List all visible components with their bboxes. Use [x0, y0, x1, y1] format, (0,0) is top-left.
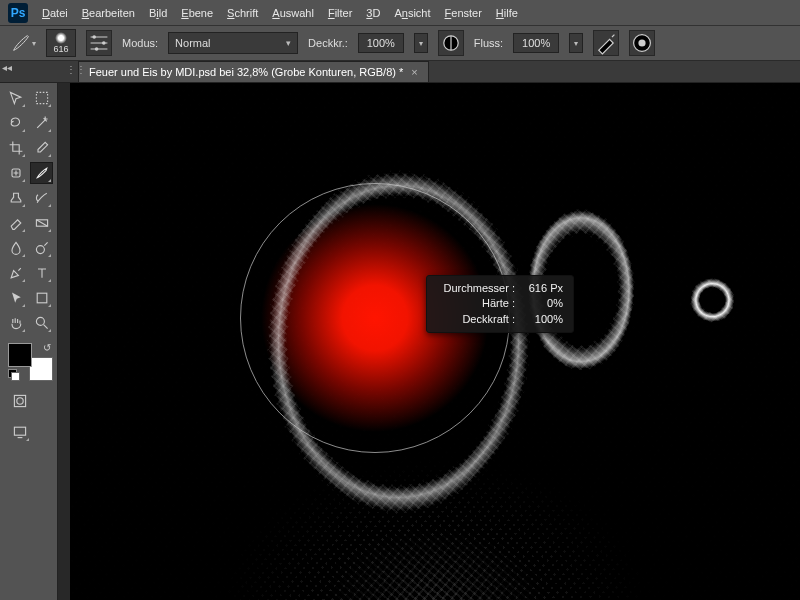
sliders-icon	[87, 31, 111, 55]
menu-3d[interactable]: 3D	[366, 7, 380, 19]
lasso-tool[interactable]	[4, 112, 27, 134]
opacity-dropdown[interactable]: ▾	[414, 33, 428, 53]
dodge-tool[interactable]	[30, 237, 53, 259]
svg-rect-10	[37, 293, 47, 303]
heal-tool[interactable]	[4, 162, 27, 184]
history-brush-tool[interactable]	[30, 187, 53, 209]
flow-field[interactable]: 100%	[513, 33, 559, 53]
quickmask-row	[8, 390, 53, 412]
eraser-tool[interactable]	[4, 212, 27, 234]
gradient-tool[interactable]	[30, 212, 53, 234]
brush-panel-button[interactable]	[86, 30, 112, 56]
airbrush-icon	[594, 31, 618, 55]
menu-fenster[interactable]: Fenster	[445, 7, 482, 19]
hud-opacity-label: Deckkraft :	[437, 312, 515, 327]
hud-diameter-value: 616 Px	[521, 281, 563, 296]
brush-preview-icon	[55, 32, 67, 44]
blur-tool[interactable]	[4, 237, 27, 259]
toolbox: ↺	[0, 83, 58, 600]
svg-rect-6	[36, 92, 47, 103]
current-tool-indicator[interactable]: ▾	[10, 30, 36, 56]
shape-tool[interactable]	[30, 287, 53, 309]
hud-hardness-label: Härte :	[437, 296, 515, 311]
opacity-label: Deckkr.:	[308, 37, 348, 49]
svg-point-2	[95, 47, 99, 51]
menu-datei[interactable]: Datei	[42, 7, 68, 19]
wand-tool[interactable]	[30, 112, 53, 134]
svg-point-5	[639, 39, 646, 46]
svg-point-0	[92, 35, 96, 39]
quickmask-button[interactable]	[8, 390, 31, 412]
background-color[interactable]	[29, 357, 53, 381]
app-logo: Ps	[8, 3, 28, 23]
svg-point-1	[102, 41, 106, 45]
pen-tool[interactable]	[4, 262, 27, 284]
opacity-field[interactable]: 100%	[358, 33, 404, 53]
svg-rect-14	[14, 427, 25, 435]
svg-point-9	[36, 246, 44, 254]
close-icon[interactable]: ×	[411, 66, 417, 78]
menu-bar: Ps Datei Bearbeiten Bild Ebene Schrift A…	[0, 0, 800, 26]
svg-rect-12	[14, 395, 25, 406]
marquee-tool[interactable]	[30, 87, 53, 109]
zoom-tool[interactable]	[30, 312, 53, 334]
crop-tool[interactable]	[4, 137, 27, 159]
toolbox-collapse-toggle[interactable]: ◂◂	[2, 62, 12, 73]
foreground-color[interactable]	[8, 343, 32, 367]
blend-mode-select[interactable]: Normal	[168, 32, 298, 54]
menu-bearbeiten[interactable]: Bearbeiten	[82, 7, 135, 19]
document-tab-bar: Feuer und Eis by MDI.psd bei 32,8% (Grob…	[0, 61, 800, 83]
menu-auswahl[interactable]: Auswahl	[272, 7, 314, 19]
screenmode-button[interactable]	[8, 421, 31, 443]
workspace: ↺ Durchmesser :616 Px Härte :0% Deckkraf…	[0, 83, 800, 600]
pressure-size-icon	[630, 31, 654, 55]
brush-size-value: 616	[53, 44, 68, 54]
menu-ebene[interactable]: Ebene	[181, 7, 213, 19]
airbrush-button[interactable]	[593, 30, 619, 56]
menu-hilfe[interactable]: Hilfe	[496, 7, 518, 19]
color-swatches: ↺	[8, 343, 53, 381]
document-canvas[interactable]: Durchmesser :616 Px Härte :0% Deckkraft …	[70, 83, 800, 600]
flow-dropdown[interactable]: ▾	[569, 33, 583, 53]
size-pressure-button[interactable]	[629, 30, 655, 56]
pressure-opacity-icon	[439, 31, 463, 55]
menu-ansicht[interactable]: Ansicht	[394, 7, 430, 19]
hand-tool[interactable]	[4, 312, 27, 334]
options-bar: ▾ 616 Modus: Normal Deckkr.: 100% ▾ Flus…	[0, 26, 800, 61]
canvas-area: Durchmesser :616 Px Härte :0% Deckkraft …	[58, 83, 800, 600]
flow-label: Fluss:	[474, 37, 503, 49]
blend-mode-value: Normal	[175, 37, 210, 49]
brush-preset-picker[interactable]: 616	[46, 29, 76, 57]
document-tab-title: Feuer und Eis by MDI.psd bei 32,8% (Grob…	[89, 66, 403, 78]
brush-icon	[10, 32, 32, 54]
hud-hardness-value: 0%	[521, 296, 563, 311]
hud-diameter-label: Durchmesser :	[437, 281, 515, 296]
mode-label: Modus:	[122, 37, 158, 49]
menu-filter[interactable]: Filter	[328, 7, 352, 19]
brush-tool[interactable]	[30, 162, 53, 184]
tab-grip-icon: ⋮⋮	[66, 64, 76, 80]
eyedropper-tool[interactable]	[30, 137, 53, 159]
path-select-tool[interactable]	[4, 287, 27, 309]
svg-point-13	[16, 398, 22, 404]
stamp-tool[interactable]	[4, 187, 27, 209]
brush-hud-tooltip: Durchmesser :616 Px Härte :0% Deckkraft …	[426, 275, 574, 333]
menu-bild[interactable]: Bild	[149, 7, 167, 19]
swap-colors-icon[interactable]: ↺	[43, 342, 51, 353]
document-tab[interactable]: Feuer und Eis by MDI.psd bei 32,8% (Grob…	[78, 61, 429, 82]
menu-schrift[interactable]: Schrift	[227, 7, 258, 19]
svg-point-11	[36, 317, 44, 325]
screenmode-row	[8, 421, 53, 443]
type-tool[interactable]	[30, 262, 53, 284]
default-colors-icon[interactable]	[8, 369, 20, 381]
move-tool[interactable]	[4, 87, 27, 109]
hud-opacity-value: 100%	[521, 312, 563, 327]
opacity-pressure-button[interactable]	[438, 30, 464, 56]
